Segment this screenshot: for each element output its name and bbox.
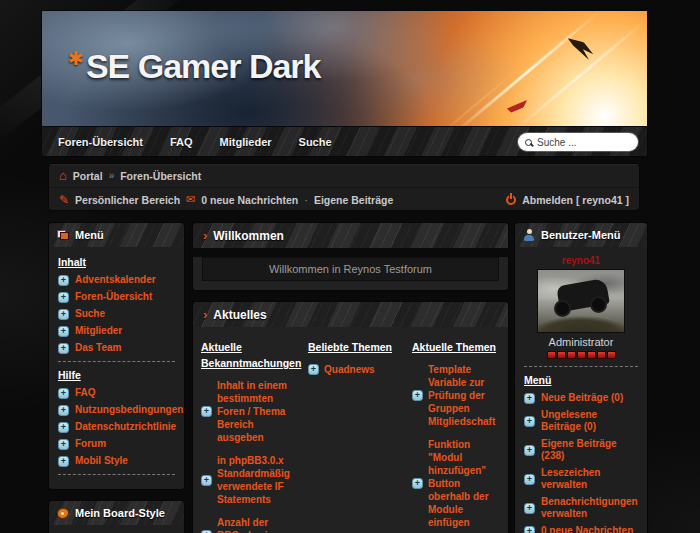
sidebar-item-mitglieder[interactable]: Mitglieder (58, 325, 175, 337)
sidebar-item-label: Suche (75, 308, 105, 320)
search-box[interactable] (518, 133, 638, 151)
person-icon (523, 229, 535, 241)
usermenu-item-benachrichtigungen[interactable]: Benachrichtigungen verwalten (524, 496, 638, 520)
site-logo[interactable]: SE Gamer Dark (68, 47, 321, 86)
main-content: Willkommen Willkommen in Reynos Testforu… (192, 222, 509, 533)
sidebar-item-adventskalender[interactable]: Adventskalender (58, 274, 175, 286)
divider (58, 361, 175, 362)
sidebar-item-mobil-style[interactable]: Mobil Style (58, 455, 175, 467)
nav-item-foren-uebersicht[interactable]: Foren-Übersicht (58, 136, 143, 148)
page: SE Gamer Dark Foren-Übersicht FAQ Mitgli… (0, 0, 700, 533)
power-icon (506, 195, 516, 205)
user-rank: Administrator (524, 336, 638, 348)
topic-label: Template Variable zur Prüfung der Gruppe… (428, 363, 500, 428)
usermenu-item-ungelesene-beitraege[interactable]: Ungelesene Beiträge (0) (524, 409, 638, 433)
recent-topics-heading: Aktuelle Themen (412, 339, 500, 355)
plus-bullet-icon (524, 474, 535, 485)
announcements-column: Aktuelle Bekanntmachungen Inhalt in eine… (201, 339, 296, 533)
nav-item-suche[interactable]: Suche (299, 136, 332, 148)
user-links-bar: Persönlicher Bereich 0 neue Nachrichten … (49, 188, 639, 211)
breadcrumb-portal[interactable]: Portal (73, 170, 103, 182)
plus-bullet-icon (58, 292, 69, 303)
arrow-icon (203, 308, 207, 321)
plus-bullet-icon (524, 526, 535, 533)
rank-star (607, 351, 616, 359)
sidebar-item-faq[interactable]: FAQ (58, 387, 175, 399)
nav-item-mitglieder[interactable]: Mitglieder (220, 136, 272, 148)
usermenu-item-label: Eigene Beiträge (238) (541, 438, 638, 462)
welcome-message: Willkommen in Reynos Testforum (202, 257, 499, 281)
plus-bullet-icon (524, 393, 535, 404)
breadcrumb-current[interactable]: Foren-Übersicht (120, 170, 201, 182)
topic-link[interactable]: in phpBB3.0.x Standardmäßig verwendete I… (201, 454, 296, 506)
usermenu-item-lesezeichen[interactable]: Lesezeichen verwalten (524, 467, 638, 491)
usermenu-item-eigene-beitraege[interactable]: Eigene Beiträge (238) (524, 438, 638, 462)
sidebar-item-suche[interactable]: Suche (58, 308, 175, 320)
topic-link[interactable]: Anzahl der BBCodes im phpBB Foren (201, 516, 296, 533)
user-menu-list-heading: Menü (524, 374, 638, 386)
rank-star (597, 351, 606, 359)
welcome-section: Willkommen Willkommen in Reynos Testforu… (192, 222, 509, 291)
sidebar-item-label: Mitglieder (75, 325, 122, 337)
logout-link[interactable]: Abmelden [ reyno41 ] (522, 194, 629, 206)
news-body: Aktuelle Bekanntmachungen Inhalt in eine… (192, 327, 509, 533)
plus-bullet-icon (201, 406, 212, 417)
usermenu-item-label: 0 neue Nachrichten (541, 525, 633, 533)
sidebar-item-foren-uebersicht[interactable]: Foren-Übersicht (58, 291, 175, 303)
own-posts-link[interactable]: Eigene Beiträge (314, 194, 393, 206)
menu-box-body: Inhalt Adventskalender Foren-Übersicht S… (48, 247, 185, 490)
nav-item-faq[interactable]: FAQ (170, 136, 193, 148)
sidebar-item-datenschutzrichtlinie[interactable]: Datenschutzrichtlinie (58, 421, 175, 433)
inhalt-heading: Inhalt (58, 256, 175, 268)
topic-link[interactable]: Inhalt in einem bestimmten Foren / Thema… (201, 379, 296, 444)
usermenu-item-label: Neue Beiträge (0) (541, 392, 623, 404)
plus-bullet-icon (524, 416, 535, 427)
plus-bullet-icon (412, 478, 423, 489)
personal-area-link[interactable]: Persönlicher Bereich (75, 194, 180, 206)
user-menu-title: Benutzer-Menü (541, 229, 620, 241)
rank-star (557, 351, 566, 359)
plus-bullet-icon (308, 364, 319, 375)
menu-window-icon (57, 230, 69, 240)
usermenu-item-nachrichten[interactable]: 0 neue Nachrichten (524, 525, 638, 533)
welcome-header: Willkommen (192, 222, 509, 248)
plus-bullet-icon (58, 275, 69, 286)
sidebar-item-label: FAQ (75, 387, 96, 399)
search-input[interactable] (537, 137, 622, 148)
topic-label: Funktion "Modul hinzufügen" Button oberh… (428, 438, 500, 529)
user-menu-body: reyno41 Administrator Menü (514, 247, 648, 533)
usermenu-item-label: Ungelesene Beiträge (0) (541, 409, 638, 433)
topic-link[interactable]: Quadnews (308, 363, 400, 376)
topic-label: Inhalt in einem bestimmten Foren / Thema… (217, 379, 296, 444)
rank-star (567, 351, 576, 359)
topic-link[interactable]: Template Variable zur Prüfung der Gruppe… (412, 363, 500, 428)
sidebar-item-label: Das Team (75, 342, 122, 354)
username-link[interactable]: reyno41 (524, 255, 638, 266)
palette-icon (57, 508, 69, 519)
messages-link[interactable]: 0 neue Nachrichten (201, 194, 298, 206)
sidebar-item-nutzungsbedingungen[interactable]: Nutzungsbedingungen (58, 404, 175, 416)
menu-box-header: Menü (48, 222, 185, 247)
main-navigation: Foren-Übersicht FAQ Mitglieder Suche (41, 127, 648, 157)
plus-bullet-icon (58, 405, 69, 416)
sidebar-item-label: Nutzungsbedingungen (75, 404, 183, 416)
sidebar-item-label: Datenschutzrichtlinie (75, 421, 176, 433)
rank-star (587, 351, 596, 359)
usermenu-item-neue-beitraege[interactable]: Neue Beiträge (0) (524, 392, 638, 404)
announcements-heading: Aktuelle Bekanntmachungen (201, 339, 296, 371)
header-banner: SE Gamer Dark (41, 10, 648, 127)
hilfe-heading: Hilfe (58, 369, 175, 381)
news-header: Aktuelles (192, 301, 509, 327)
home-icon[interactable] (59, 169, 67, 182)
divider (524, 366, 638, 367)
sidebar-item-das-team[interactable]: Das Team (58, 342, 175, 354)
avatar[interactable] (537, 269, 625, 333)
topic-link[interactable]: Funktion "Modul hinzufügen" Button oberh… (412, 438, 500, 529)
usermenu-item-label: Benachrichtigungen verwalten (541, 496, 638, 520)
rank-stars (524, 351, 638, 359)
plus-bullet-icon (201, 475, 212, 486)
mail-icon (186, 194, 195, 205)
rank-star (577, 351, 586, 359)
sidebar-item-forum[interactable]: Forum (58, 438, 175, 450)
plus-bullet-icon (58, 456, 69, 467)
